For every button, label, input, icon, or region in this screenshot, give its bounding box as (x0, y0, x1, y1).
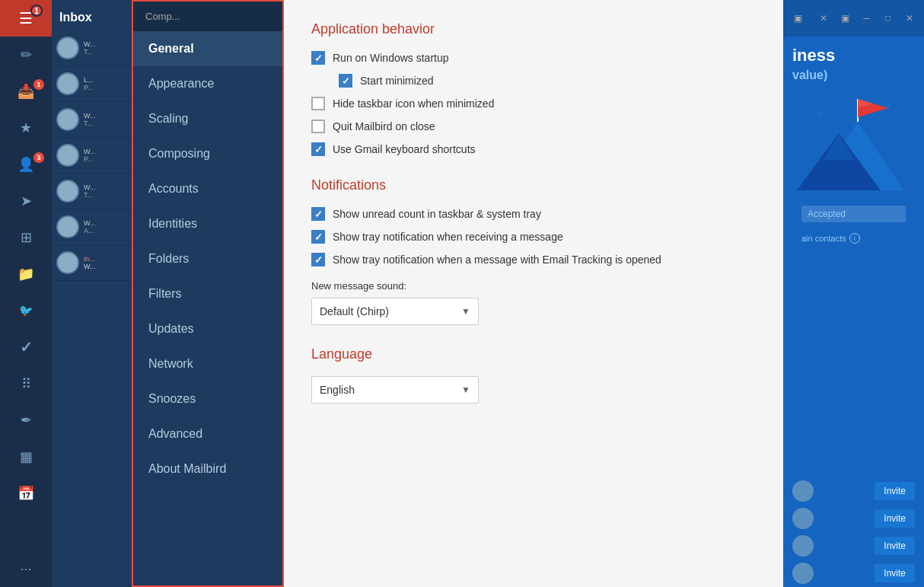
checkbox-run-startup-label: Run on Windows startup (333, 52, 449, 64)
checkbox-email-tracking-label: Show tray notification when a message wi… (333, 254, 661, 266)
email-snippet: W...P... (84, 148, 127, 163)
notification-badge: 1 (30, 5, 43, 17)
close-window-button[interactable]: ✕ (901, 9, 918, 27)
invite-button-4[interactable]: Invite (875, 564, 915, 582)
maximize-button[interactable]: □ (880, 9, 897, 27)
checkbox-email-tracking: ✓ Show tray notification when a message … (311, 253, 756, 266)
email-snippet: L...P... (84, 76, 127, 91)
checkbox-tray-notification: ✓ Show tray notification when receiving … (311, 230, 756, 244)
send-icon: ➤ (21, 193, 32, 209)
list-item[interactable]: L...P... (52, 66, 132, 102)
settings-item-identities[interactable]: Identities (133, 206, 282, 241)
right-panel-titlebar: ▣ ✕ ▣ ─ □ ✕ (783, 0, 924, 37)
contacts-label: ain contacts (801, 234, 846, 243)
email-snippet: W...T... (84, 183, 127, 199)
checkbox-unread-count-label: Show unread count in taskbar & system tr… (333, 208, 541, 220)
invite-avatar-2 (792, 508, 814, 529)
sidebar-icon-folder[interactable]: 📁 (0, 256, 52, 292)
avatar (56, 251, 79, 274)
settings-content-panel: Application behavior ✓ Run on Windows st… (284, 0, 783, 587)
sidebar-icon-team[interactable]: ⠿ (0, 365, 52, 402)
list-item[interactable]: W...P... (52, 138, 132, 174)
checkbox-gmail-shortcuts-input[interactable]: ✓ (311, 142, 325, 156)
sidebar-icon-calendar[interactable]: 📅 (0, 475, 52, 512)
checkbox-hide-taskbar: Hide taskbar icon when minimized (311, 97, 756, 110)
avatar (56, 144, 79, 167)
settings-item-general[interactable]: General (133, 31, 282, 66)
settings-item-scaling[interactable]: Scaling (133, 101, 282, 136)
email-list-panel: Inbox W...T... L...P... W...T... W...P..… (52, 0, 132, 587)
list-item[interactable]: W...T... (52, 174, 132, 209)
checkbox-start-minimized-input[interactable]: ✓ (339, 74, 352, 88)
email-snippet: W...T... (84, 40, 127, 56)
sidebar-icon-more[interactable]: ··· (0, 550, 52, 587)
settings-item-composing[interactable]: Composing (133, 136, 282, 171)
checkbox-quit-on-close: Quit Mailbird on close (311, 120, 756, 133)
apps-icon: ⊞ (21, 229, 32, 246)
list-item[interactable]: in...W... (52, 245, 132, 281)
settings-item-about[interactable]: About Mailbird (133, 451, 282, 487)
checkbox-email-tracking-input[interactable]: ✓ (311, 253, 325, 266)
app-behavior-section: Application behavior ✓ Run on Windows st… (311, 21, 756, 156)
settings-item-appearance[interactable]: Appearance (133, 66, 282, 101)
close-button[interactable]: ✕ (815, 9, 832, 27)
sidebar-icon-contacts[interactable]: 👤 3 (0, 146, 52, 183)
twitter-icon: 🐦 (19, 304, 33, 317)
avatar (56, 180, 79, 203)
sidebar-icon-compose[interactable]: ✏ (0, 37, 52, 73)
checkbox-start-minimized-label: Start minimized (360, 75, 433, 87)
list-item[interactable]: W...T... (52, 102, 132, 138)
settings-item-accounts[interactable]: Accounts (133, 171, 282, 206)
mountain-flag-svg (797, 91, 911, 198)
list-item[interactable]: W...T... (52, 30, 132, 66)
settings-menu-top: Comp... (133, 2, 282, 31)
checkbox-gmail-shortcuts-label: Use Gmail keyboard shortcuts (333, 143, 476, 155)
inbox-header: Inbox (52, 0, 132, 30)
checkbox-tray-notification-input[interactable]: ✓ (311, 230, 325, 244)
panel-icon-btn[interactable]: ▣ (836, 9, 853, 27)
checkbox-unread-count-input[interactable]: ✓ (311, 207, 325, 221)
illustration (797, 91, 911, 198)
settings-item-filters[interactable]: Filters (133, 276, 282, 311)
info-icon[interactable]: i (849, 233, 860, 244)
sidebar-icon-tasks[interactable]: ✓ (0, 329, 52, 365)
invite-row-3: Invite (792, 535, 915, 557)
email-snippet: W...T... (84, 112, 127, 127)
team-icon: ⠿ (21, 375, 31, 392)
right-panel: ▣ ✕ ▣ ─ □ ✕ iness value) (783, 0, 924, 587)
sidebar-icon-twitter[interactable]: 🐦 (0, 292, 52, 329)
svg-point-1 (817, 111, 823, 117)
sidebar-icon-starred[interactable]: ★ (0, 110, 52, 146)
checkbox-quit-on-close-input[interactable] (311, 120, 325, 133)
checkbox-run-startup-input[interactable]: ✓ (311, 51, 325, 65)
language-dropdown-value: English (320, 384, 355, 396)
invite-button-3[interactable]: Invite (875, 537, 915, 555)
invite-button-1[interactable]: Invite (875, 482, 915, 500)
list-item[interactable]: W...A... (52, 209, 132, 245)
sidebar-icon-send[interactable]: ➤ (0, 183, 52, 219)
sidebar-icon-trello[interactable]: ▦ (0, 439, 52, 475)
settings-item-advanced[interactable]: Advanced (133, 416, 282, 451)
invite-button-2[interactable]: Invite (875, 509, 915, 528)
checkbox-unread-count: ✓ Show unread count in taskbar & system … (311, 207, 756, 221)
avatar (56, 37, 79, 59)
sidebar-icon-apps[interactable]: ⊞ (0, 219, 52, 256)
app-behavior-title: Application behavior (311, 21, 756, 37)
checkbox-hide-taskbar-input[interactable] (311, 97, 325, 110)
minimize-button[interactable]: ─ (858, 9, 875, 27)
avatar (56, 72, 79, 95)
settings-item-updates[interactable]: Updates (133, 311, 282, 346)
settings-menu-panel: Comp... General Appearance Scaling Compo… (132, 0, 284, 587)
invite-avatar-4 (792, 563, 814, 584)
settings-item-folders[interactable]: Folders (133, 241, 282, 276)
invite-row-2: Invite (792, 508, 915, 529)
sidebar-icon-inbox[interactable]: 📥 1 (0, 73, 52, 110)
language-dropdown[interactable]: English ▼ (311, 376, 479, 404)
icon-sidebar: ☰ 1 ✏ 📥 1 ★ 👤 3 ➤ ⊞ 📁 🐦 ✓ ⠿ ✒ ▦ 📅 ··· (0, 0, 52, 587)
settings-item-network[interactable]: Network (133, 346, 282, 381)
sidebar-icon-edit[interactable]: ✒ (0, 402, 52, 439)
sound-dropdown[interactable]: Default (Chirp) ▼ (311, 298, 479, 325)
notifications-section: Notifications ✓ Show unread count in tas… (311, 177, 756, 325)
settings-item-snoozes[interactable]: Snoozes (133, 381, 282, 416)
language-section: Language English ▼ (311, 346, 756, 404)
